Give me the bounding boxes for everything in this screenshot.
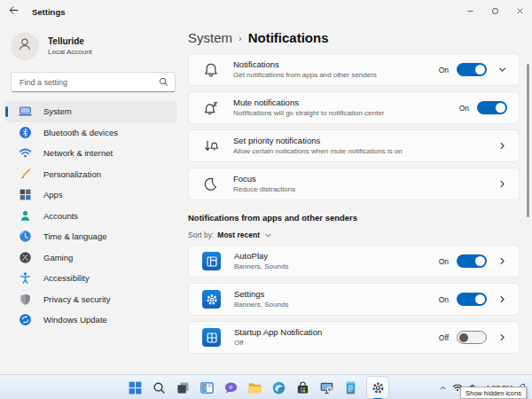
notifications-toggle[interactable] (457, 63, 487, 76)
sidebar-item-label: Network & internet (43, 148, 113, 158)
row-subtitle: Allow certain notications when mute noti… (233, 147, 487, 156)
taskbar-file-explorer-icon[interactable] (247, 380, 262, 395)
taskbar-search-icon[interactable] (152, 380, 167, 395)
row-title: Set priority notifications (233, 136, 487, 146)
toggle-state-label: On (459, 104, 469, 113)
sort-dropdown[interactable]: Sort by: Most recent (188, 231, 532, 239)
row-text: AutoPlayBanners, Sounds (234, 251, 439, 271)
setting-row-set-priority-notifications[interactable]: Set priority notificationsAllow certain … (188, 129, 520, 162)
startup-app-notification-toggle[interactable] (457, 331, 487, 344)
minimize-button[interactable] (458, 0, 482, 23)
sidebar-item-accounts[interactable]: Accounts (5, 206, 177, 227)
accessibility-icon (19, 271, 32, 285)
page-title: Notifications (248, 30, 329, 45)
sidebar-item-system[interactable]: System (5, 101, 177, 122)
settings-toggle[interactable] (457, 293, 487, 306)
row-subtitle: Notifications will go straight to notifi… (233, 109, 459, 118)
breadcrumb-parent[interactable]: System (188, 30, 232, 45)
avatar[interactable] (11, 32, 39, 60)
sort-value: Most recent (217, 231, 260, 239)
taskbar-start-icon[interactable] (128, 380, 143, 395)
maximize-button[interactable] (482, 0, 507, 23)
taskbar-notepad-icon[interactable] (343, 380, 358, 395)
bell-icon (202, 61, 220, 79)
app-row-settings[interactable]: SettingsBanners, SoundsOn (188, 283, 520, 316)
user-name: Telluride (48, 36, 84, 46)
scrollbar[interactable] (527, 64, 529, 217)
sidebar-item-bluetooth-and-devices[interactable]: Bluetooth & devices (5, 122, 177, 144)
sidebar-item-time-and-language[interactable]: Time & language (5, 226, 177, 247)
sidebar-item-label: Apps (43, 190, 63, 200)
sidebar-item-apps[interactable]: Apps (5, 184, 177, 206)
chevron-down-icon (264, 231, 272, 239)
setting-row-notifications[interactable]: NotificationsGet notifications from apps… (188, 53, 520, 86)
close-icon (515, 4, 525, 20)
toggle-state-label: On (439, 295, 449, 304)
sidebar-item-label: Accounts (43, 211, 78, 221)
setting-row-focus[interactable]: FocusReduce distractions (188, 168, 520, 200)
app-row-autoplay[interactable]: AutoPlayBanners, SoundsOn (188, 245, 520, 278)
main-content: System › Notifications NotificationsGet … (184, 23, 532, 374)
row-title: AutoPlay (234, 251, 439, 262)
search-icon (159, 77, 168, 87)
app-row-startup-app-notification[interactable]: Startup App NotificationOffOff (188, 321, 520, 354)
autoplay-toggle[interactable] (457, 254, 487, 268)
sidebar-item-privacy-and-security[interactable]: Privacy & security (5, 289, 177, 310)
show-hidden-icons-button[interactable] (437, 382, 449, 394)
row-subtitle: Off (234, 339, 439, 348)
windows-update-icon (19, 313, 32, 326)
sidebar-item-personalization[interactable]: Personalization (5, 164, 177, 185)
sidebar-item-windows-update[interactable]: Windows Update (5, 309, 177, 331)
tooltip: Show hidden icons (460, 387, 527, 399)
personalization-icon (19, 168, 32, 181)
chevron-right-icon[interactable] (497, 141, 507, 151)
accounts-icon (19, 209, 32, 223)
search-input[interactable] (18, 77, 159, 88)
toggle-knob (475, 256, 485, 266)
row-text: NotificationsGet notifications from apps… (233, 59, 439, 80)
row-title: Mute notifications (233, 98, 459, 108)
chevron-down-icon[interactable] (497, 65, 507, 74)
sidebar-item-gaming[interactable]: Gaming (5, 247, 177, 269)
taskbar-settings-icon[interactable] (367, 377, 388, 398)
row-subtitle: Banners, Sounds (234, 301, 439, 309)
minimize-icon (466, 4, 475, 20)
taskbar-pinned-icons (128, 375, 388, 399)
toggle-knob (475, 65, 485, 74)
chevron-right-icon[interactable] (497, 256, 507, 266)
sort-label: Sort by: (188, 231, 214, 239)
taskbar-edge-icon[interactable] (271, 380, 286, 395)
sidebar-item-accessibility[interactable]: Accessibility (5, 268, 177, 289)
taskbar-widgets-icon[interactable] (200, 380, 215, 395)
row-text: Set priority notificationsAllow certain … (233, 136, 487, 156)
toggle-state-label: Off (439, 333, 449, 342)
breadcrumb: System › Notifications (188, 30, 532, 45)
row-title: Startup App Notification (234, 327, 439, 338)
tile-autoplay-icon (202, 252, 221, 270)
mute-notifications-toggle[interactable] (477, 101, 507, 114)
chevron-right-icon[interactable] (497, 332, 507, 342)
taskbar-task-view-icon[interactable] (176, 380, 191, 395)
focus-moon-icon (202, 176, 220, 193)
row-title: Focus (233, 174, 487, 184)
close-button[interactable] (507, 0, 532, 23)
chevron-right-icon[interactable] (497, 179, 507, 189)
setting-row-mute-notifications[interactable]: Mute notificationsNotifications will go … (188, 91, 520, 124)
sidebar-item-label: Bluetooth & devices (43, 128, 118, 137)
window-title: Settings (32, 7, 65, 17)
taskbar-chat-icon[interactable] (223, 380, 239, 395)
sidebar-item-label: System (43, 106, 72, 116)
bluetooth-icon (19, 126, 32, 139)
user-account-type: Local Account (48, 48, 92, 56)
search-box[interactable] (11, 72, 176, 92)
time-language-icon (19, 230, 32, 243)
taskbar-store-icon[interactable] (295, 380, 310, 395)
back-button[interactable] (0, 0, 27, 23)
taskbar: 1:57 PM (0, 374, 532, 399)
taskbar-remote-desktop-icon[interactable] (319, 380, 334, 395)
sidebar-item-network-and-internet[interactable]: Network & internet (5, 143, 177, 164)
window-controls (458, 0, 532, 23)
toggle-knob (459, 333, 468, 342)
row-subtitle: Reduce distractions (233, 185, 487, 194)
chevron-right-icon[interactable] (497, 294, 507, 304)
